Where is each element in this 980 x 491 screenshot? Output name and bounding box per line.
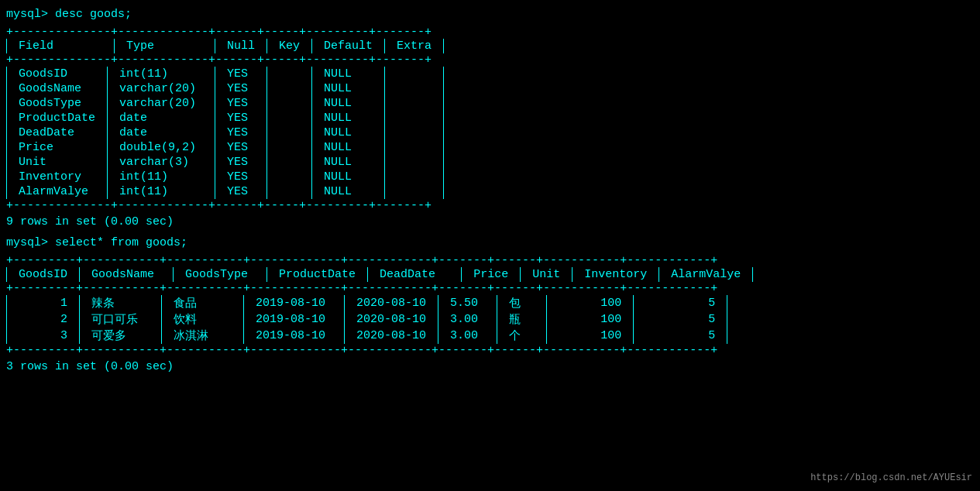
extra-goodsid — [385, 67, 444, 81]
extra-alarmvalye — [385, 184, 444, 199]
default-goodsname: NULL — [312, 81, 385, 96]
default-deaddate: NULL — [312, 125, 385, 140]
table-row: Price double(9,2) YES NULL — [7, 140, 444, 155]
sh-inventory: Inventory — [573, 267, 659, 282]
sh-unit: Unit — [521, 267, 573, 282]
extra-deaddate — [385, 125, 444, 140]
key-inventory — [267, 170, 312, 184]
type-goodsname: varchar(20) — [108, 81, 215, 96]
desc-header-bottom-border: +--------------+-------------+------+---… — [6, 53, 974, 67]
select-data-table: 1 辣条 食品 2019-08-10 2020-08-10 5.50 包 100… — [6, 295, 727, 344]
type-unit: varchar(3) — [108, 155, 215, 170]
sd-id-2: 2 — [7, 311, 80, 328]
type-goodstype: varchar(20) — [108, 96, 215, 111]
sd-type-2: 饮料 — [162, 311, 244, 328]
field-alarmvalye: AlarmValye — [7, 184, 108, 199]
desc-bottom-border: +--------------+-------------+------+---… — [6, 199, 974, 212]
field-productdate: ProductDate — [7, 111, 108, 125]
extra-price — [385, 140, 444, 155]
sd-prod-3: 2019-08-10 — [244, 328, 345, 344]
sd-unit-1: 包 — [497, 295, 547, 311]
sd-dead-2: 2020-08-10 — [345, 311, 438, 328]
sd-type-1: 食品 — [162, 295, 244, 311]
sd-dead-3: 2020-08-10 — [345, 328, 438, 344]
cmd-text-1: desc goods; — [55, 8, 132, 21]
type-productdate: date — [108, 111, 215, 125]
rows-info-1: 9 rows in set (0.00 sec) — [6, 215, 974, 228]
type-alarmvalye: int(11) — [108, 184, 215, 199]
prompt-1: mysql> — [6, 8, 48, 21]
select-top-border: +---------+-----------+-----------+-----… — [6, 254, 974, 267]
extra-goodsname — [385, 81, 444, 96]
desc-table: Field Type Null Key Default Extra — [6, 39, 444, 53]
key-unit — [267, 155, 312, 170]
sh-productdate: ProductDate — [267, 267, 368, 282]
key-alarmvalye — [267, 184, 312, 199]
key-goodsname — [267, 81, 312, 96]
key-productdate — [267, 111, 312, 125]
sh-price: Price — [462, 267, 521, 282]
select-bottom-border: +---------+-----------+-----------+-----… — [6, 344, 974, 357]
field-deaddate: DeadDate — [7, 125, 108, 140]
desc-header-row: Field Type Null Key Default Extra — [7, 39, 444, 53]
null-alarmvalye: YES — [215, 184, 267, 199]
col-field-header: Field — [7, 39, 115, 53]
sd-name-3: 可爱多 — [80, 328, 162, 344]
sd-unit-3: 个 — [497, 328, 547, 344]
key-goodsid — [267, 67, 312, 81]
sh-deaddate: DeadDate — [368, 267, 462, 282]
sd-inv-1: 100 — [547, 295, 634, 311]
cmd-text-2: select* from goods; — [55, 236, 187, 249]
null-inventory: YES — [215, 170, 267, 184]
key-price — [267, 140, 312, 155]
select-header-bottom-border: +---------+-----------+-----------+-----… — [6, 282, 974, 295]
sd-alarm-2: 5 — [634, 311, 727, 328]
type-deaddate: date — [108, 125, 215, 140]
table-row: AlarmValye int(11) YES NULL — [7, 184, 444, 199]
default-productdate: NULL — [312, 111, 385, 125]
null-price: YES — [215, 140, 267, 155]
default-goodsid: NULL — [312, 67, 385, 81]
col-null-header: Null — [215, 39, 267, 53]
col-type-header: Type — [115, 39, 215, 53]
null-unit: YES — [215, 155, 267, 170]
extra-unit — [385, 155, 444, 170]
col-default-header: Default — [312, 39, 385, 53]
sd-prod-1: 2019-08-10 — [244, 295, 345, 311]
field-goodsname: GoodsName — [7, 81, 108, 96]
col-key-header: Key — [267, 39, 312, 53]
extra-inventory — [385, 170, 444, 184]
table-row: Unit varchar(3) YES NULL — [7, 155, 444, 170]
desc-data-table: GoodsID int(11) YES NULL GoodsName varch… — [6, 67, 444, 199]
default-price: NULL — [312, 140, 385, 155]
sd-type-3: 冰淇淋 — [162, 328, 244, 344]
table-row: 2 可口可乐 饮料 2019-08-10 2020-08-10 3.00 瓶 1… — [7, 311, 727, 328]
sd-price-2: 3.00 — [438, 311, 497, 328]
sh-alarmvalye: AlarmValye — [659, 267, 753, 282]
sd-name-1: 辣条 — [80, 295, 162, 311]
sd-dead-1: 2020-08-10 — [345, 295, 438, 311]
field-unit: Unit — [7, 155, 108, 170]
default-alarmvalye: NULL — [312, 184, 385, 199]
default-goodstype: NULL — [312, 96, 385, 111]
select-header-table: GoodsID GoodsName GoodsType ProductDate … — [6, 267, 753, 282]
table-row: GoodsType varchar(20) YES NULL — [7, 96, 444, 111]
sd-inv-2: 100 — [547, 311, 634, 328]
watermark: https://blog.csdn.net/AYUEsir — [810, 472, 972, 483]
extra-goodstype — [385, 96, 444, 111]
table-row: Inventory int(11) YES NULL — [7, 170, 444, 184]
null-deaddate: YES — [215, 125, 267, 140]
table-row: 1 辣条 食品 2019-08-10 2020-08-10 5.50 包 100… — [7, 295, 727, 311]
sh-goodsname: GoodsName — [80, 267, 174, 282]
table-row: GoodsName varchar(20) YES NULL — [7, 81, 444, 96]
sd-id-3: 3 — [7, 328, 80, 344]
sd-name-2: 可口可乐 — [80, 311, 162, 328]
field-inventory: Inventory — [7, 170, 108, 184]
null-goodsname: YES — [215, 81, 267, 96]
key-goodstype — [267, 96, 312, 111]
null-goodstype: YES — [215, 96, 267, 111]
null-productdate: YES — [215, 111, 267, 125]
select-header-row: GoodsID GoodsName GoodsType ProductDate … — [7, 267, 753, 282]
table-row: 3 可爱多 冰淇淋 2019-08-10 2020-08-10 3.00 个 1… — [7, 328, 727, 344]
null-goodsid: YES — [215, 67, 267, 81]
